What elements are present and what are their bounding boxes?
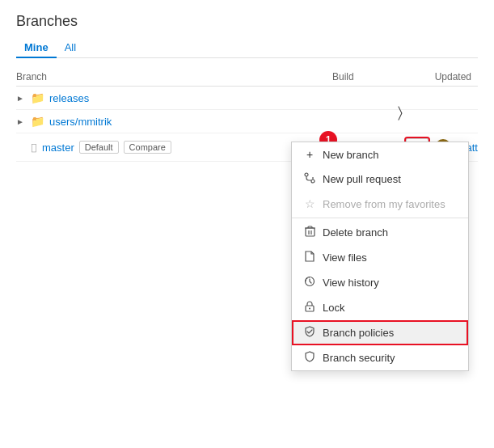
svg-point-0 bbox=[305, 173, 308, 176]
menu-label-view-history: View history bbox=[323, 277, 379, 289]
branch-name-users[interactable]: users/mmitrik bbox=[49, 116, 112, 128]
view-files-icon bbox=[303, 251, 316, 264]
branch-name-releases[interactable]: releases bbox=[49, 92, 89, 104]
menu-item-view-history[interactable]: View history bbox=[292, 270, 468, 295]
svg-rect-2 bbox=[306, 228, 315, 236]
cursor-pointer: 〉 bbox=[398, 104, 403, 121]
branch-row-users: ► 📁 users/mmitrik bbox=[16, 110, 478, 133]
chevron-icon-users[interactable]: ► bbox=[16, 117, 26, 126]
page-title: Branches bbox=[16, 13, 478, 30]
table-header: Branch Build Updated bbox=[16, 68, 478, 87]
menu-label-lock: Lock bbox=[323, 302, 344, 314]
menu-item-lock[interactable]: Lock bbox=[292, 295, 468, 320]
branch-name-master[interactable]: master bbox=[42, 142, 74, 154]
tab-mine[interactable]: Mine bbox=[16, 38, 57, 58]
lock-icon bbox=[303, 301, 316, 315]
tab-all[interactable]: All bbox=[57, 38, 84, 58]
menu-label-remove-favorites: Remove from my favorites bbox=[323, 198, 445, 210]
menu-item-remove-favorites: ☆ Remove from my favorites bbox=[292, 192, 468, 216]
header-build: Build bbox=[332, 71, 397, 82]
branch-policies-icon bbox=[303, 326, 316, 340]
menu-separator-1 bbox=[292, 218, 468, 218]
badge-compare[interactable]: Compare bbox=[124, 141, 171, 154]
delete-icon bbox=[303, 226, 316, 239]
menu-item-branch-security[interactable]: Branch security bbox=[292, 345, 468, 370]
pull-request-icon bbox=[303, 172, 316, 186]
dropdown-menu: + New branch New pull request ☆ Remove f… bbox=[291, 142, 469, 371]
history-icon bbox=[303, 276, 316, 290]
tabs-row: Mine All bbox=[16, 38, 478, 58]
menu-label-view-files: View files bbox=[323, 251, 367, 264]
menu-item-branch-policies[interactable]: Branch policies bbox=[292, 320, 468, 345]
branch-security-icon bbox=[303, 351, 316, 365]
header-branch: Branch bbox=[16, 71, 332, 82]
badge-default[interactable]: Default bbox=[79, 141, 119, 154]
menu-label-branch-policies: Branch policies bbox=[323, 327, 394, 339]
svg-point-5 bbox=[309, 308, 310, 310]
menu-label-new-pull-request: New pull request bbox=[323, 173, 401, 185]
menu-item-new-pull-request[interactable]: New pull request bbox=[292, 167, 468, 192]
menu-item-view-files[interactable]: View files bbox=[292, 245, 468, 270]
svg-point-1 bbox=[311, 180, 315, 183]
page-container: Branches Mine All Branch Build Updated ►… bbox=[0, 0, 494, 175]
branch-icon-master: ⌷ bbox=[31, 142, 37, 154]
chevron-icon-releases[interactable]: ► bbox=[16, 94, 26, 103]
folder-icon-users: 📁 bbox=[31, 115, 44, 128]
new-branch-icon: + bbox=[303, 148, 316, 161]
star-outline-icon: ☆ bbox=[303, 197, 316, 210]
branch-row-releases: ► 📁 releases bbox=[16, 87, 478, 110]
menu-item-delete-branch[interactable]: Delete branch bbox=[292, 220, 468, 245]
menu-item-new-branch[interactable]: + New branch bbox=[292, 142, 468, 167]
folder-icon-releases: 📁 bbox=[31, 91, 44, 104]
header-updated: Updated bbox=[397, 71, 478, 82]
menu-label-delete-branch: Delete branch bbox=[323, 226, 388, 239]
menu-label-new-branch: New branch bbox=[323, 149, 378, 161]
menu-label-branch-security: Branch security bbox=[323, 352, 395, 364]
